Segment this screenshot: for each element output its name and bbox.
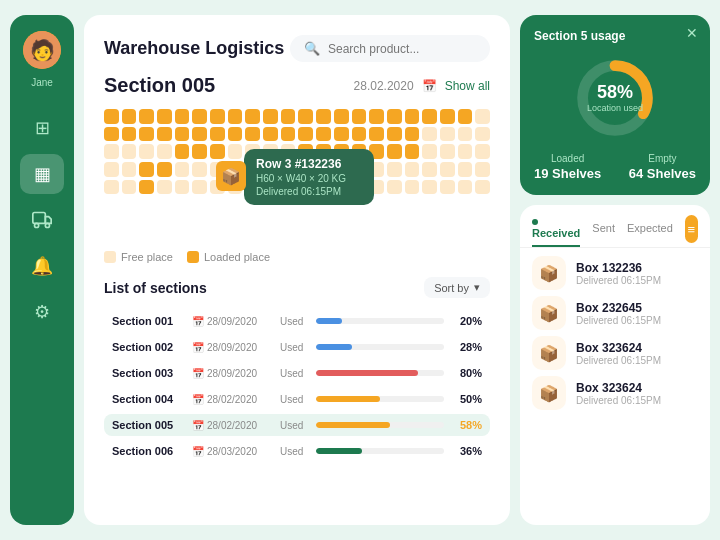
- progress-bar: [316, 318, 444, 324]
- empty-stat-label: Empty: [629, 153, 696, 164]
- grid-cell: [281, 109, 296, 124]
- legend-free-label: Free place: [121, 251, 173, 263]
- grid-cell: [405, 144, 420, 159]
- box-tooltip: Row 3 #132236 H60 × W40 × 20 KG Delivere…: [244, 149, 374, 205]
- grid-cell: [175, 144, 190, 159]
- row-used: Used: [280, 394, 308, 405]
- chevron-down-icon: ▾: [474, 281, 480, 294]
- grid-cell: [422, 162, 437, 177]
- svg-point-1: [35, 223, 39, 227]
- grid-cell: [334, 109, 349, 124]
- tab-expected[interactable]: Expected: [627, 222, 673, 240]
- grid-cell: [157, 144, 172, 159]
- usage-label: Location used: [587, 103, 643, 113]
- row-date: 📅28/09/2020: [192, 368, 272, 379]
- grid-cell: [422, 180, 437, 195]
- grid-cell: [458, 162, 473, 177]
- grid-cell: [422, 144, 437, 159]
- row-pct: 20%: [452, 315, 482, 327]
- section-list-row[interactable]: Section 005 📅28/02/2020 Used 58%: [104, 414, 490, 436]
- grid-cell: [139, 109, 154, 124]
- section-list-row[interactable]: Section 002 📅28/09/2020 Used 28%: [104, 336, 490, 358]
- grid-cell: [175, 109, 190, 124]
- section-list-row[interactable]: Section 001 📅28/09/2020 Used 20%: [104, 310, 490, 332]
- show-all-link[interactable]: Show all: [445, 79, 490, 93]
- grid-area: 📦 Row 3 #132236 H60 × W40 × 20 KG Delive…: [104, 109, 490, 239]
- sort-button[interactable]: Sort by ▾: [424, 277, 490, 298]
- list-title: List of sections: [104, 280, 207, 296]
- grid-cell: [104, 109, 119, 124]
- empty-stat-value: 64 Shelves: [629, 166, 696, 181]
- grid-cell: [458, 144, 473, 159]
- sidebar-item-settings[interactable]: ⚙: [20, 292, 64, 332]
- box-item[interactable]: 📦 Box 323624 Delivered 06:15PM: [532, 376, 698, 410]
- box-info: Box 323624 Delivered 06:15PM: [576, 341, 661, 366]
- progress-fill: [316, 318, 342, 324]
- box-name: Box 323624: [576, 381, 661, 395]
- grid-cell: [104, 162, 119, 177]
- search-bar[interactable]: 🔍: [290, 35, 490, 62]
- grid-cell: [157, 127, 172, 142]
- box-name: Box 323624: [576, 341, 661, 355]
- sidebar-item-storage[interactable]: ▦: [20, 154, 64, 194]
- usage-card: Section 5 usage ✕ 58% Location used: [520, 15, 710, 195]
- grid-cell: [210, 109, 225, 124]
- row-pct: 80%: [452, 367, 482, 379]
- avatar: 🧑: [23, 31, 61, 69]
- section-list-row[interactable]: Section 004 📅28/02/2020 Used 50%: [104, 388, 490, 410]
- grid-cell: [369, 127, 384, 142]
- sidebar-item-delivery[interactable]: [20, 200, 64, 240]
- search-input[interactable]: [328, 42, 476, 56]
- grid-cell: [405, 180, 420, 195]
- section-name: Section 005: [104, 74, 215, 97]
- box-name: Box 132236: [576, 261, 661, 275]
- sidebar-item-dashboard[interactable]: ⊞: [20, 108, 64, 148]
- row-name: Section 004: [112, 393, 184, 405]
- tooltip-delivered: Delivered 06:15PM: [256, 186, 362, 197]
- progress-bar: [316, 422, 444, 428]
- box-item[interactable]: 📦 Box 323624 Delivered 06:15PM: [532, 336, 698, 370]
- section-list: Section 001 📅28/09/2020 Used 20% Section…: [104, 310, 490, 462]
- calendar-icon: 📅: [192, 316, 204, 327]
- legend-free: Free place: [104, 251, 173, 263]
- row-pct: 36%: [452, 445, 482, 457]
- close-button[interactable]: ✕: [686, 25, 698, 41]
- box-delivered: Delivered 06:15PM: [576, 355, 661, 366]
- tab-sent[interactable]: Sent: [592, 222, 615, 240]
- grid-cell: [122, 144, 137, 159]
- legend: Free place Loaded place: [104, 251, 490, 263]
- grid-cell: [316, 127, 331, 142]
- donut-center: 58% Location used: [587, 83, 643, 113]
- grid-cell: [228, 109, 243, 124]
- grid-cell: [440, 127, 455, 142]
- grid-cell: [458, 180, 473, 195]
- row-name: Section 005: [112, 419, 184, 431]
- user-label: Jane: [31, 77, 53, 88]
- legend-loaded-label: Loaded place: [204, 251, 270, 263]
- grid-cell: [157, 109, 172, 124]
- section-header: Section 005 28.02.2020 📅 Show all: [104, 74, 490, 97]
- box-icon: 📦: [532, 336, 566, 370]
- row-used: Used: [280, 368, 308, 379]
- tab-sent-label: Sent: [592, 222, 615, 234]
- grid-cell: [458, 127, 473, 142]
- grid-cell: [192, 109, 207, 124]
- grid-cell: [192, 180, 207, 195]
- tab-received[interactable]: Received: [532, 215, 580, 247]
- box-item[interactable]: 📦 Box 232645 Delivered 06:15PM: [532, 296, 698, 330]
- section-list-row[interactable]: Section 003 📅28/09/2020 Used 80%: [104, 362, 490, 384]
- grid-cell: [440, 109, 455, 124]
- grid-cell: [387, 109, 402, 124]
- progress-fill: [316, 448, 362, 454]
- progress-fill: [316, 344, 352, 350]
- row-date: 📅28/02/2020: [192, 394, 272, 405]
- grid-cell: [352, 127, 367, 142]
- box-info: Box 132236 Delivered 06:15PM: [576, 261, 661, 286]
- grid-cell: [387, 180, 402, 195]
- sidebar: 🧑 Jane ⊞ ▦ 🔔 ⚙: [10, 15, 74, 525]
- box-item[interactable]: 📦 Box 132236 Delivered 06:15PM: [532, 256, 698, 290]
- section-list-row[interactable]: Section 006 📅28/03/2020 Used 36%: [104, 440, 490, 462]
- filter-button[interactable]: ≡: [685, 215, 698, 243]
- sidebar-item-notifications[interactable]: 🔔: [20, 246, 64, 286]
- row-pct: 58%: [452, 419, 482, 431]
